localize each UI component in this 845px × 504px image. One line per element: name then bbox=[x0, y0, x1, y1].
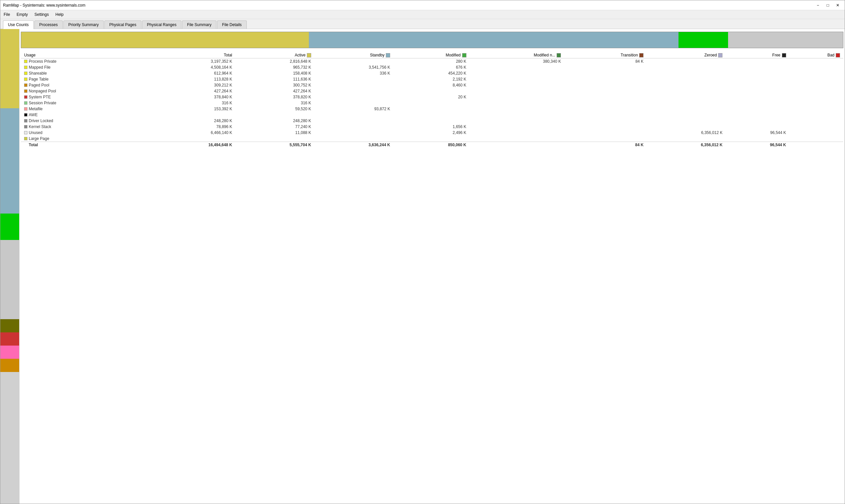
cell-value bbox=[726, 100, 789, 106]
cell-value bbox=[470, 76, 565, 82]
cell-value bbox=[647, 106, 726, 112]
row-color-swatch bbox=[24, 119, 28, 123]
cell-value bbox=[647, 82, 726, 88]
sb-standby bbox=[0, 108, 19, 214]
cell-value bbox=[470, 82, 565, 88]
cell-value: 77,240 K bbox=[236, 124, 314, 130]
cell-value bbox=[564, 124, 647, 130]
table-row: System PTE378,840 K378,820 K20 K bbox=[21, 94, 843, 100]
cell-value bbox=[564, 65, 647, 70]
title-bar-left: RamMap - Sysinternals: www.sysinternals.… bbox=[3, 3, 85, 7]
tab-file-details[interactable]: File Details bbox=[217, 20, 246, 29]
transition-color-box bbox=[639, 53, 643, 57]
cell-usage: Mapped File bbox=[21, 65, 150, 70]
close-button[interactable]: ✕ bbox=[833, 2, 842, 8]
tab-use-counts[interactable]: Use Counts bbox=[3, 20, 34, 29]
cell-value bbox=[647, 70, 726, 76]
menu-empty[interactable]: Empty bbox=[13, 11, 31, 18]
sb-bottom-gray bbox=[0, 372, 19, 504]
header-bad: Bad bbox=[790, 52, 843, 58]
cell-value bbox=[790, 100, 843, 106]
cell-value bbox=[393, 112, 470, 118]
cell-value bbox=[790, 136, 843, 142]
cell-value: 454,220 K bbox=[393, 70, 470, 76]
cell-total-value bbox=[790, 142, 843, 148]
cell-value bbox=[564, 106, 647, 112]
table-row: Shareable612,964 K158,408 K336 K454,220 … bbox=[21, 70, 843, 76]
cell-value bbox=[726, 58, 789, 65]
sb-other bbox=[0, 240, 19, 319]
maximize-button[interactable]: □ bbox=[824, 2, 832, 8]
table-row: Page Table113,828 K111,636 K2,192 K bbox=[21, 76, 843, 82]
row-color-swatch bbox=[24, 89, 28, 93]
tab-physical-pages[interactable]: Physical Pages bbox=[104, 20, 141, 29]
menu-settings[interactable]: Settings bbox=[31, 11, 52, 18]
cell-value: 6,466,140 K bbox=[150, 130, 236, 136]
cell-value: 612,964 K bbox=[150, 70, 236, 76]
cell-value bbox=[647, 65, 726, 70]
zeroed-color-box bbox=[718, 53, 722, 57]
menu-file[interactable]: File bbox=[0, 11, 13, 18]
cell-value bbox=[564, 94, 647, 100]
tab-physical-ranges[interactable]: Physical Ranges bbox=[142, 20, 182, 29]
cell-value bbox=[470, 118, 565, 124]
free-color-box bbox=[782, 53, 786, 57]
tab-processes[interactable]: Processes bbox=[34, 20, 63, 29]
cell-usage: Kernel Stack bbox=[21, 124, 150, 130]
menu-help[interactable]: Help bbox=[52, 11, 67, 18]
cell-value bbox=[150, 112, 236, 118]
cell-value bbox=[647, 136, 726, 142]
cell-value: 676 K bbox=[393, 65, 470, 70]
cell-value bbox=[314, 118, 393, 124]
cell-value bbox=[726, 118, 789, 124]
memory-bar bbox=[21, 32, 843, 48]
cell-value bbox=[236, 136, 314, 142]
membar-other bbox=[728, 32, 843, 48]
cell-value bbox=[790, 58, 843, 65]
table-row: Large Page bbox=[21, 136, 843, 142]
table-row: Metafile153,392 K59,520 K93,872 K bbox=[21, 106, 843, 112]
cell-value bbox=[647, 124, 726, 130]
cell-value bbox=[726, 124, 789, 130]
cell-value bbox=[647, 76, 726, 82]
cell-value bbox=[393, 88, 470, 94]
header-total: Total bbox=[150, 52, 236, 58]
table-header-row: Usage Total Active bbox=[21, 52, 843, 58]
cell-value bbox=[314, 136, 393, 142]
cell-usage: Unused bbox=[21, 130, 150, 136]
membar-active bbox=[21, 32, 309, 48]
cell-value bbox=[790, 88, 843, 94]
cell-value bbox=[790, 106, 843, 112]
cell-value bbox=[470, 88, 565, 94]
window-controls: − □ ✕ bbox=[814, 2, 842, 8]
cell-value bbox=[647, 100, 726, 106]
minimize-button[interactable]: − bbox=[814, 2, 822, 8]
cell-value bbox=[647, 94, 726, 100]
row-color-swatch bbox=[24, 101, 28, 105]
cell-value: 4,508,164 K bbox=[150, 65, 236, 70]
cell-value bbox=[470, 130, 565, 136]
row-color-swatch bbox=[24, 131, 28, 134]
cell-total-value: 850,060 K bbox=[393, 142, 470, 148]
cell-value bbox=[726, 94, 789, 100]
cell-value bbox=[314, 94, 393, 100]
table-row: Mapped File4,508,164 K965,732 K3,541,756… bbox=[21, 65, 843, 70]
tab-priority-summary[interactable]: Priority Summary bbox=[64, 20, 104, 29]
cell-value bbox=[726, 70, 789, 76]
main-window: RamMap - Sysinternals: www.sysinternals.… bbox=[0, 0, 845, 504]
header-transition: Transition bbox=[564, 52, 647, 58]
cell-value bbox=[790, 94, 843, 100]
cell-value bbox=[564, 118, 647, 124]
table-body: Process Private3,197,352 K2,816,648 K280… bbox=[21, 58, 843, 148]
tab-file-summary[interactable]: File Summary bbox=[182, 20, 217, 29]
cell-total-value: 6,356,012 K bbox=[647, 142, 726, 148]
table-row: AWE bbox=[21, 112, 843, 118]
cell-value bbox=[470, 106, 565, 112]
title-bar: RamMap - Sysinternals: www.sysinternals.… bbox=[0, 0, 845, 10]
cell-value bbox=[393, 136, 470, 142]
cell-value: 3,197,352 K bbox=[150, 58, 236, 65]
cell-value bbox=[236, 112, 314, 118]
row-color-swatch bbox=[24, 113, 28, 116]
usage-table: Usage Total Active bbox=[21, 52, 843, 148]
cell-value bbox=[726, 65, 789, 70]
